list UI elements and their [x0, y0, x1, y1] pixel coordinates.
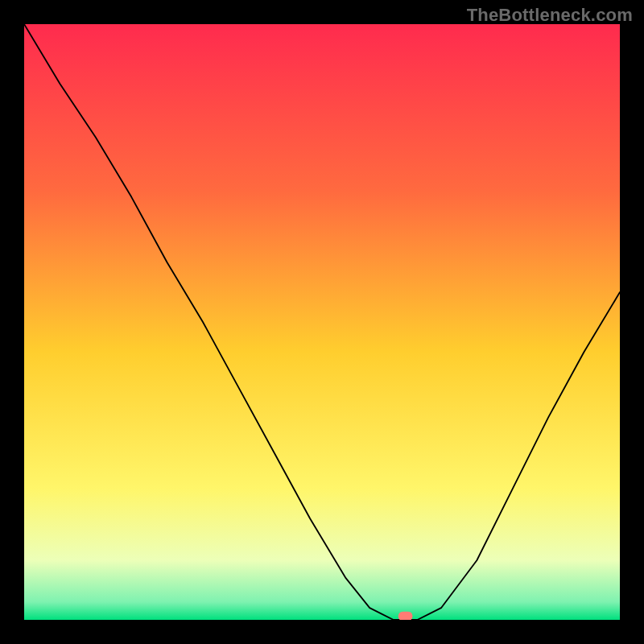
chart-frame: TheBottleneck.com	[0, 0, 644, 644]
bottleneck-chart	[24, 24, 620, 620]
watermark-label: TheBottleneck.com	[467, 5, 633, 26]
plot-background	[24, 24, 620, 620]
optimal-marker	[398, 612, 413, 620]
